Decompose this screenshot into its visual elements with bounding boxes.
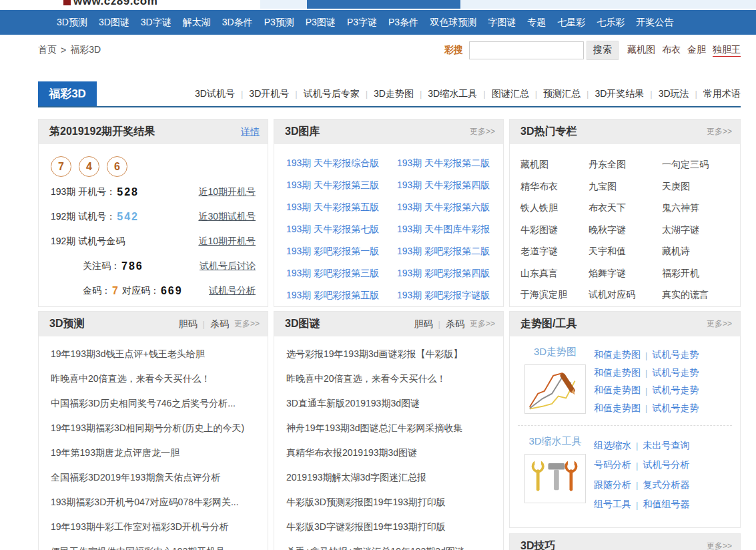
trend-chart-thumbnail[interactable] <box>524 364 586 414</box>
gallery-link[interactable]: 193期 天牛图库牛彩报 <box>397 218 504 240</box>
hezhi-zuhaoqi-link[interactable]: 和值组号器 <box>643 499 689 511</box>
zuhao-gongju-link[interactable]: 组号工具 <box>594 499 631 511</box>
gallery-link[interactable]: 193期 彩吧彩报第五版 <box>286 284 397 306</box>
riddle-shama-link[interactable]: 杀码 <box>446 318 464 330</box>
breadcrumb-home-link[interactable]: 首页 <box>38 44 57 56</box>
hot-column-link[interactable]: 鬼六神算 <box>662 197 735 219</box>
gallery-link[interactable]: 193期 天牛彩报第二版 <box>397 152 504 174</box>
riddle-item[interactable]: 选号彩报19年193期3d画谜彩报【牛彩版】 <box>286 342 491 366</box>
hot-link-dudanwang[interactable]: 独胆王 <box>713 44 741 57</box>
nav-item-zitumi[interactable]: 字图谜 <box>488 17 516 29</box>
hot-column-link[interactable]: 焰舞字谜 <box>589 262 662 284</box>
gallery-link[interactable]: 193期 天牛彩报第四版 <box>397 174 504 196</box>
hot-column-link[interactable]: 老道字谜 <box>520 240 589 262</box>
hot-column-link[interactable]: 晚秋字谜 <box>589 219 662 241</box>
riddle-item[interactable]: 真精华布衣报2019193期3d图谜 <box>286 441 491 465</box>
nav-item-3d-yuce[interactable]: 3D预测 <box>57 17 87 29</box>
shijihao-trend-link[interactable]: 试机号走势 <box>652 384 699 396</box>
shijihao-trend-link[interactable]: 试机号走势 <box>652 402 699 415</box>
detail-link[interactable]: 详情 <box>241 126 260 138</box>
hot-column-link[interactable]: 真实的谎言 <box>662 284 735 306</box>
fushi-fenxiqi-link[interactable]: 复式分析器 <box>643 479 689 491</box>
trend-chart-label[interactable]: 3D走势图 <box>534 346 577 358</box>
hot-columns-more-link[interactable]: 更多>> <box>707 126 732 138</box>
gallery-link[interactable]: 193期 彩吧彩报第二版 <box>397 240 504 262</box>
prediction-item[interactable]: 19年193期福彩3D相同期号分析(历史上的今天) <box>51 416 256 441</box>
riddle-item[interactable]: 2019193期解太湖3d字图迷汇总报 <box>286 465 491 490</box>
hot-column-link[interactable]: 一句定三码 <box>662 154 735 176</box>
site-logo[interactable]: www.cz89.com <box>63 0 157 8</box>
hot-column-link[interactable]: 山东真言 <box>520 262 589 284</box>
prediction-item[interactable]: 便民工作室提供中国福彩中心193期开机号 <box>51 539 256 550</box>
tab-3d-kaijihao[interactable]: 3D开机号 <box>249 88 289 100</box>
hot-column-link[interactable]: 太湖字谜 <box>662 219 735 241</box>
tab-shijihao-zhuanjia[interactable]: 试机号后专家 <box>304 88 360 100</box>
prediction-item[interactable]: 19年193期3d钱王点评+钱王老头给胆 <box>51 342 256 366</box>
hot-column-link[interactable]: 布衣天下 <box>589 197 662 219</box>
tab-yuce-huizong[interactable]: 预测汇总 <box>543 88 581 100</box>
zuxuan-suoshui-link[interactable]: 组选缩水 <box>594 440 631 452</box>
gallery-link[interactable]: 193期 天牛彩报第六版 <box>397 196 504 218</box>
nav-item-qilecai[interactable]: 七乐彩 <box>597 17 625 29</box>
hot-link-cangjitu[interactable]: 藏机图 <box>627 44 655 57</box>
link-last30-shijihao[interactable]: 近30期试机号 <box>198 211 256 223</box>
gallery-link[interactable]: 193期 天牛彩报综合版 <box>286 152 397 174</box>
shijihao-trend-link[interactable]: 试机号走势 <box>652 367 699 379</box>
nav-item-p3-zimi[interactable]: P3字谜 <box>347 17 377 29</box>
nav-item-p3-yuce[interactable]: P3预测 <box>264 17 294 29</box>
link-shijihao-taolun[interactable]: 试机号后讨论 <box>200 260 256 272</box>
hot-link-buyi[interactable]: 布衣 <box>662 44 681 57</box>
hot-column-link[interactable]: 福彩开机 <box>662 262 735 284</box>
hot-column-link[interactable]: 九宝图 <box>589 176 662 198</box>
nav-item-kaijiang-gonggao[interactable]: 开奖公告 <box>636 17 673 29</box>
prediction-item[interactable]: 全国福彩3D2019年193期詹天佑点评分析 <box>51 465 256 490</box>
nav-item-3d-tumi[interactable]: 3D图谜 <box>99 17 129 29</box>
shijihao-fenxi-link[interactable]: 试机号分析 <box>643 459 689 471</box>
prediction-danma-link[interactable]: 胆码 <box>179 318 198 330</box>
tab-changyong-shuyu[interactable]: 常用术语 <box>703 88 741 100</box>
tab-3d-zoushitu[interactable]: 3D走势图 <box>374 88 414 100</box>
riddle-more-link[interactable]: 更多>> <box>470 318 495 330</box>
hezhi-trend-link[interactable]: 和值走势图 <box>594 384 641 396</box>
gallery-link[interactable]: 193期 天牛彩报第三版 <box>286 174 397 196</box>
gallery-link[interactable]: 193期 彩吧彩报第三版 <box>286 262 397 284</box>
hot-column-link[interactable]: 天宇和值 <box>589 240 662 262</box>
prediction-item[interactable]: 中国福彩3D历史相同奖号746之后奖号分析... <box>51 391 256 416</box>
link-shijihao-fenxi[interactable]: 试机号分析 <box>209 285 256 297</box>
nav-item-p3-tumi[interactable]: P3图谜 <box>306 17 336 29</box>
hezhi-trend-link[interactable]: 和值走势图 <box>594 402 641 415</box>
hezhi-trend-link[interactable]: 和值走势图 <box>594 367 641 379</box>
gallery-link[interactable]: 193期 彩吧彩报第一版 <box>286 240 397 262</box>
riddle-item[interactable]: 杀手+鑫马快报+字迷汇总19年193期3d图谜 <box>286 539 491 550</box>
hot-link-jindan[interactable]: 金胆 <box>687 44 706 57</box>
section-brand-fucai3d[interactable]: 福彩3D <box>38 81 97 106</box>
prediction-item[interactable]: 193期福彩3D开机号047对应码078牛彩网关... <box>51 490 256 515</box>
nav-item-qixingcai[interactable]: 七星彩 <box>557 17 585 29</box>
hot-column-link[interactable]: 天庚图 <box>662 176 735 198</box>
prediction-item[interactable]: 19年第193期唐龙点评唐龙一胆 <box>51 441 256 465</box>
nav-item-zhuanti[interactable]: 专题 <box>527 17 546 29</box>
tab-3d-kaijiang-jieguo[interactable]: 3D开奖结果 <box>595 88 644 100</box>
hot-column-link[interactable]: 于海滨定胆 <box>520 284 589 306</box>
prediction-shama-link[interactable]: 杀码 <box>210 318 229 330</box>
shrink-tool-label[interactable]: 3D缩水工具 <box>528 435 581 448</box>
riddle-item[interactable]: 神舟19年193期3d图谜总汇牛彩网采摘收集 <box>286 416 491 441</box>
riddle-item[interactable]: 牛彩版3D字谜彩报图19年193期打印版 <box>286 515 491 539</box>
nav-item-p3-tiaojian[interactable]: P3条件 <box>388 17 418 29</box>
shrink-tools-thumbnail[interactable] <box>524 454 586 503</box>
riddle-danma-link[interactable]: 胆码 <box>414 318 433 330</box>
search-button[interactable]: 搜索 <box>587 41 619 60</box>
prediction-item[interactable]: 19年193期牛彩工作室对福彩3D开机号分析 <box>51 515 256 539</box>
hot-column-link[interactable]: 丹东全图 <box>589 154 662 176</box>
gallery-link[interactable]: 193期 彩吧彩报第四版 <box>397 262 504 284</box>
gallery-link[interactable]: 193期 彩吧彩报字谜版 <box>397 284 504 306</box>
riddle-item[interactable]: 3D直通车新版2019193期3d图谜 <box>286 391 491 416</box>
gensui-fenxi-link[interactable]: 跟随分析 <box>594 479 631 491</box>
shijihao-trend-link[interactable]: 试机号走势 <box>652 349 699 361</box>
haoma-fenxi-link[interactable]: 号码分析 <box>594 459 631 471</box>
gallery-link[interactable]: 193期 天牛彩报第七版 <box>286 218 397 240</box>
tab-3d-shijihao[interactable]: 3D试机号 <box>195 88 235 100</box>
tab-3d-wanfa[interactable]: 3D玩法 <box>659 88 689 100</box>
prediction-more-link[interactable]: 更多>> <box>234 318 260 330</box>
link-last10-kaijihao[interactable]: 近10期开机号 <box>198 186 256 198</box>
